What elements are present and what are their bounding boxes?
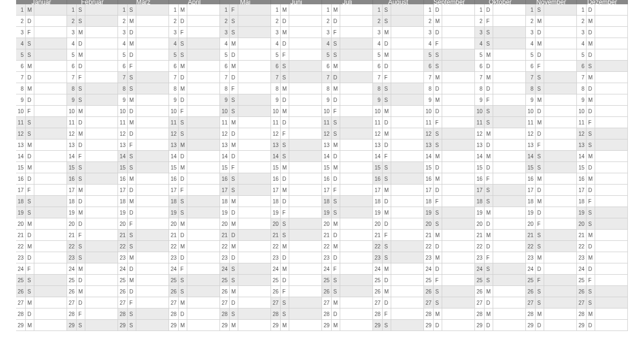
day-number: 15 xyxy=(118,162,128,173)
day-number: 25 xyxy=(424,275,434,285)
day-of-week: S xyxy=(179,38,187,49)
day-row: 19F xyxy=(271,207,322,218)
day-of-week: D xyxy=(536,128,544,139)
day-number: 6 xyxy=(373,61,383,71)
day-of-week: S xyxy=(77,94,85,105)
day-of-week: S xyxy=(383,241,391,252)
day-cell xyxy=(238,252,271,263)
day-number: 27 xyxy=(424,297,434,308)
day-row: 11D xyxy=(373,117,424,128)
day-of-week: M xyxy=(536,173,544,184)
day-number: 9 xyxy=(169,94,179,105)
day-cell xyxy=(595,4,628,15)
day-row: 15D xyxy=(577,162,628,173)
day-number: 20 xyxy=(169,218,179,229)
day-of-week: S xyxy=(26,117,34,128)
day-number: 17 xyxy=(220,185,230,195)
day-cell xyxy=(442,27,475,38)
day-row: 26M xyxy=(220,286,271,297)
day-of-week: D xyxy=(587,49,595,60)
day-number: 3 xyxy=(322,27,332,38)
day-of-week: S xyxy=(77,173,85,184)
day-row: 22D xyxy=(577,241,628,252)
day-row: 20M xyxy=(220,218,271,230)
day-row: 3S xyxy=(475,27,526,38)
month-column: Juni1M2D3M4D5F6S7S8M9D10M11D12F13S14S15M… xyxy=(271,0,322,331)
day-number: 13 xyxy=(322,139,332,150)
day-of-week: M xyxy=(230,320,238,330)
day-row: 12S xyxy=(577,128,628,139)
month-header: Juli xyxy=(322,0,373,4)
day-cell xyxy=(85,275,118,285)
day-number: 19 xyxy=(373,207,383,218)
day-row: 23D xyxy=(322,252,373,263)
day-cell xyxy=(136,72,169,83)
day-row: 26M xyxy=(373,286,424,297)
day-number: 15 xyxy=(16,162,26,173)
day-cell xyxy=(238,308,271,319)
day-cell xyxy=(238,286,271,297)
day-of-week: D xyxy=(281,173,289,184)
day-of-week: M xyxy=(77,49,85,60)
day-of-week: M xyxy=(587,72,595,83)
day-row: 10M xyxy=(271,106,322,117)
day-cell xyxy=(136,230,169,240)
day-number: 3 xyxy=(577,27,587,38)
day-of-week: S xyxy=(230,275,238,285)
month-column: November1S2M3D4M5D6F7S8S9M10D11M12D13F14… xyxy=(526,0,577,331)
day-of-week: M xyxy=(26,83,34,94)
day-of-week: F xyxy=(536,61,544,71)
day-row: 17M xyxy=(271,185,322,196)
day-row: 10D xyxy=(577,106,628,117)
day-of-week: D xyxy=(485,61,493,71)
day-of-week: F xyxy=(77,230,85,240)
month-column: Juli1M2D3F4S5S6M7D8M9D10F11S12S13M14D15M… xyxy=(322,0,373,331)
day-number: 5 xyxy=(16,49,26,60)
day-cell xyxy=(289,207,322,218)
day-row: 1D xyxy=(424,4,475,16)
day-cell xyxy=(136,185,169,195)
day-row: 11D xyxy=(67,117,118,128)
day-number: 6 xyxy=(169,61,179,71)
day-row: 25S xyxy=(220,275,271,286)
day-row: 9D xyxy=(322,94,373,106)
day-cell xyxy=(391,49,424,60)
day-number: 4 xyxy=(16,38,26,49)
day-of-week: F xyxy=(332,263,340,274)
day-number: 26 xyxy=(271,286,281,297)
day-number: 6 xyxy=(16,61,26,71)
day-cell xyxy=(289,263,322,274)
day-row: 1S xyxy=(526,4,577,16)
day-cell xyxy=(544,106,577,116)
day-number: 1 xyxy=(118,4,128,15)
month-header: Mai xyxy=(220,0,271,4)
day-number: 18 xyxy=(373,196,383,207)
day-cell xyxy=(289,185,322,195)
month-column: August1S2S3M4D5M6D7F8S9S10M11D12M13D14F1… xyxy=(373,0,424,331)
day-number: 12 xyxy=(220,128,230,139)
day-cell xyxy=(493,173,526,184)
day-cell xyxy=(442,94,475,105)
day-number: 22 xyxy=(118,241,128,252)
day-cell xyxy=(493,241,526,252)
day-of-week: D xyxy=(434,27,442,38)
day-number: 1 xyxy=(16,4,26,15)
day-number: 23 xyxy=(67,252,77,263)
month-column: März1S2M3D4M5D6F7S8S9M10D11M12D13F14S15S… xyxy=(118,0,169,331)
day-cell xyxy=(493,320,526,330)
day-cell xyxy=(340,94,373,105)
day-cell xyxy=(85,207,118,218)
day-row: 13M xyxy=(16,139,67,151)
day-of-week: M xyxy=(230,196,238,207)
day-number: 24 xyxy=(16,263,26,274)
day-number: 28 xyxy=(169,308,179,319)
day-of-week: M xyxy=(587,173,595,184)
day-number: 17 xyxy=(475,185,485,195)
day-row: 23D xyxy=(16,252,67,263)
day-of-week: D xyxy=(77,275,85,285)
day-of-week: F xyxy=(281,128,289,139)
day-row: 15M xyxy=(271,162,322,173)
day-number: 12 xyxy=(475,128,485,139)
day-number: 27 xyxy=(118,297,128,308)
day-row: 9F xyxy=(475,94,526,106)
